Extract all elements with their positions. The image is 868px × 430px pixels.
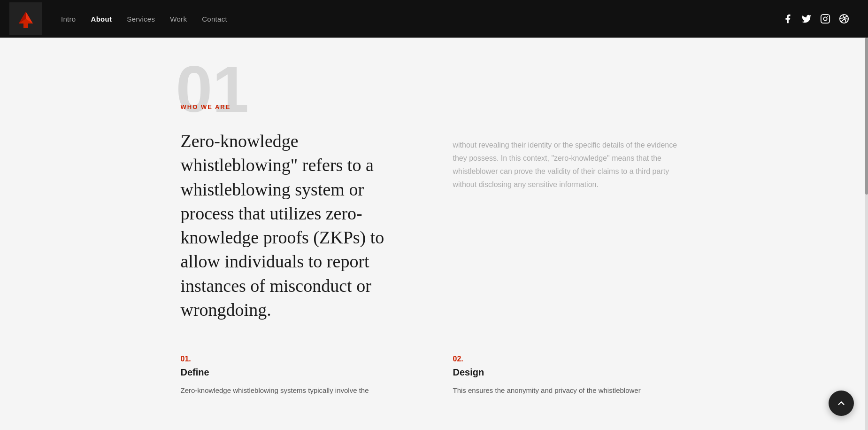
logo[interactable] bbox=[9, 2, 42, 35]
nav-item-intro[interactable]: Intro bbox=[61, 15, 76, 23]
feature-item-define: 01. Define Zero-knowledge whistleblowing… bbox=[181, 355, 415, 397]
feature-description-2: This ensures the anonymity and privacy o… bbox=[453, 384, 688, 397]
nav-item-services[interactable]: Services bbox=[127, 15, 155, 23]
arrow-up-icon bbox=[836, 398, 846, 408]
feature-number-1: 01. bbox=[181, 355, 415, 363]
svg-point-5 bbox=[827, 16, 828, 17]
nav-item-about[interactable]: About bbox=[91, 15, 112, 23]
main-content: 01 WHO WE ARE Zero-knowledge whistleblow… bbox=[0, 38, 868, 430]
logo-icon bbox=[14, 7, 38, 31]
content-columns: Zero-knowledge whistleblowing" refers to… bbox=[181, 129, 688, 322]
feature-title-1: Define bbox=[181, 367, 415, 378]
main-paragraph: Zero-knowledge whistleblowing" refers to… bbox=[181, 129, 415, 322]
main-nav: Intro About Services Work Contact bbox=[61, 15, 227, 23]
instagram-icon[interactable] bbox=[820, 14, 830, 24]
feature-item-design: 02. Design This ensures the anonymity an… bbox=[453, 355, 688, 397]
dribbble-icon[interactable] bbox=[839, 14, 849, 24]
feature-columns: 01. Define Zero-knowledge whistleblowing… bbox=[181, 350, 688, 397]
section-header: 01 WHO WE ARE bbox=[181, 66, 688, 110]
navbar: Intro About Services Work Contact bbox=[0, 0, 868, 38]
feature-description-1: Zero-knowledge whistleblowing systems ty… bbox=[181, 384, 415, 397]
section-container: 01 WHO WE ARE Zero-knowledge whistleblow… bbox=[153, 66, 716, 397]
nav-item-contact[interactable]: Contact bbox=[202, 15, 227, 23]
section-label: WHO WE ARE bbox=[181, 66, 688, 110]
page-scrollbar[interactable] bbox=[865, 38, 868, 430]
svg-rect-3 bbox=[821, 15, 830, 23]
navbar-left: Intro About Services Work Contact bbox=[9, 2, 227, 35]
twitter-icon[interactable] bbox=[801, 14, 812, 24]
side-paragraph: without revealing their identity or the … bbox=[453, 129, 688, 322]
facebook-icon[interactable] bbox=[783, 14, 793, 24]
svg-point-4 bbox=[823, 17, 827, 20]
scroll-top-button[interactable] bbox=[829, 391, 854, 416]
feature-number-2: 02. bbox=[453, 355, 688, 363]
scrollbar-thumb bbox=[865, 38, 868, 195]
social-icons bbox=[783, 14, 849, 24]
nav-item-work[interactable]: Work bbox=[170, 15, 187, 23]
feature-title-2: Design bbox=[453, 367, 688, 378]
